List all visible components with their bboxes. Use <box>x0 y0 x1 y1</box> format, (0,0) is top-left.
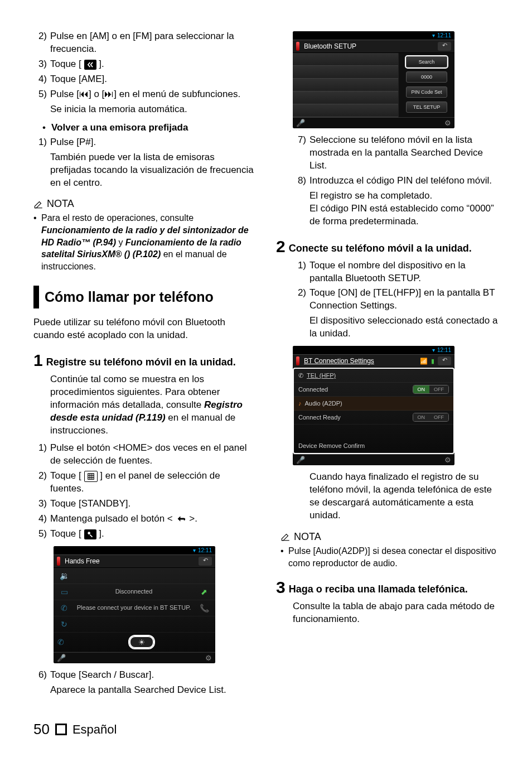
ss-please-connect: Please connect your device in BT SETUP. <box>71 604 196 611</box>
nota-heading: NOTA <box>280 531 499 543</box>
device-remove-row: Device Remove Confirm <box>294 439 453 453</box>
switch-on: ON <box>413 385 430 393</box>
item-text: Mantenga pulsado el botón < >. <box>50 513 256 525</box>
screenshot-hands-free: ▾ 12:11 Hands Free ↶ 🔉 ▭ Disconnected ⬈ <box>54 546 215 663</box>
item-text: Toque [ ] en el panel de selección de fu… <box>50 470 256 495</box>
item-number: 1) <box>293 259 306 285</box>
ss-title-bar: Bluetooth SETUP ↶ <box>293 40 454 53</box>
item-text: Pulse el botón <HOME> dos veces en el pa… <box>50 442 256 467</box>
phone-icon: ✆ <box>298 372 303 379</box>
item-text: Toque [ON] de [TEL(HFP)] en la pantalla … <box>309 287 499 312</box>
item-number: 4) <box>33 513 47 525</box>
page-footer: 50 Español <box>33 721 117 738</box>
step-title: Conecte su teléfono móvil a la unidad. <box>289 238 472 255</box>
phone-icon: ✆ <box>57 604 71 613</box>
item-text: Toque [STANDBY]. <box>50 498 256 510</box>
bullet-dot: • <box>33 212 41 272</box>
ss-clock: 12:11 <box>437 32 451 38</box>
item-subtext: El dispositivo seleccionado está conecta… <box>309 315 499 340</box>
item-text: Pulse en [AM] o en [FM] para seleccionar… <box>50 30 256 56</box>
list-item: 2) Toque [ ] en el panel de selección de… <box>33 470 256 495</box>
gear-icon: ⚙ <box>444 456 451 464</box>
on-off-switch: ON OFF <box>413 385 449 394</box>
item-subtext: El registro se ha completado. <box>309 190 499 202</box>
ss-body: ✆ TEL (HFP) Connected ON OFF ♪ Audio (A2… <box>293 368 454 454</box>
bt-device-list <box>293 53 398 117</box>
pincodeset-button: PIN Code Set <box>406 86 447 98</box>
ss-bottom-bar: 🎤 ⚙ <box>293 117 454 128</box>
telsetup-button: TEL SETUP <box>406 102 447 113</box>
tel-hfp-row: ✆ TEL (HFP) <box>294 369 453 383</box>
item-subtext: Se inicia la memoria automática. <box>50 103 256 116</box>
list-item: 3) Toque [STANDBY]. <box>33 498 256 510</box>
ss-body: Search 0000 PIN Code Set TEL SETUP <box>293 53 454 117</box>
app-accent-icon <box>57 557 60 566</box>
nota-text: Para el resto de operaciones, consulte F… <box>41 212 256 272</box>
list-item: 5) Toque [ ]. <box>33 528 256 541</box>
audio-icon: ♪ <box>298 400 302 407</box>
mic-icon: 🎤 <box>296 119 305 127</box>
connect-ready-label: Connect Ready <box>298 414 413 421</box>
list-item: 1) Pulse [P#]. <box>33 136 256 149</box>
back-icon: ↶ <box>438 356 451 365</box>
section-title: Cómo llamar por teléfono <box>45 289 214 305</box>
svg-rect-0 <box>88 474 94 480</box>
page: 2) Pulse en [AM] o en [FM] para seleccio… <box>0 0 532 757</box>
write-icon <box>33 199 43 209</box>
ss-disconnected: Disconnected <box>71 588 196 595</box>
ss-clock: 12:11 <box>437 347 451 353</box>
left-column: 2) Pulse en [AM] o en [FM] para seleccio… <box>33 28 256 696</box>
battery-icon: ▮ <box>431 358 434 365</box>
list-item: 7) Seleccione su teléfono móvil en la li… <box>293 134 499 172</box>
gear-icon: ⚙ <box>444 119 451 127</box>
item-number: 5) <box>33 528 47 541</box>
connected-row: Connected ON OFF <box>294 383 453 397</box>
app-accent-icon <box>296 42 299 51</box>
step-3-heading: 3 Haga o reciba una llamada telefónica. <box>276 579 499 596</box>
device-remove-label: Device Remove Confirm <box>298 442 449 449</box>
double-chevron-left-icon <box>84 60 96 70</box>
setup-button <box>129 636 154 648</box>
call-icon: 📞 <box>196 604 212 613</box>
list-item: 1) Pulse el botón <HOME> dos veces en el… <box>33 442 256 467</box>
ss-bottom-bar: 🎤 ⚙ <box>293 454 454 465</box>
item-number: 3) <box>33 58 47 71</box>
item-number: 2) <box>33 470 47 495</box>
switch-on: ON <box>413 413 430 421</box>
step-1-heading: 1 Registre su teléfono móvil en la unida… <box>33 352 256 369</box>
item-text: Pulse [⏮] o [⏭] en el menú de subfuncion… <box>50 88 256 101</box>
list-item: 4) Toque [AME]. <box>33 73 256 86</box>
two-column-layout: 2) Pulse en [AM] o en [FM] para seleccio… <box>33 28 499 696</box>
connect-ready-row: Connect Ready ON OFF <box>294 411 453 425</box>
item-number: 1) <box>33 136 47 149</box>
item-text: Pulse [P#]. <box>50 136 256 149</box>
ss-title: Hands Free <box>65 557 199 565</box>
screenshot-bt-connection-settings: ▾ 12:11 BT Connection Settings 📶 ▮ ↶ ✆ T… <box>293 346 454 465</box>
ss-title: BT Connection Settings <box>304 357 420 365</box>
step-1-body: Continúe tal como se muestra en los proc… <box>50 373 256 437</box>
search-button: Search <box>406 56 447 67</box>
page-number: 50 <box>33 721 50 738</box>
back-icon: ↶ <box>438 42 451 51</box>
svg-point-5 <box>88 532 90 534</box>
ss-bottom-bar: 🎤 ⚙ <box>54 652 215 663</box>
list-item: 3) Toque [ ]. <box>33 58 256 71</box>
list-item: 5) Pulse [⏮] o [⏭] en el menú de subfunc… <box>33 88 256 101</box>
list-item: 2) Pulse en [AM] o en [FM] para seleccio… <box>33 30 256 56</box>
connected-label: Connected <box>298 386 413 393</box>
item-subtext: También puede ver la lista de emisoras p… <box>50 151 256 190</box>
item-text: Toque [ ]. <box>50 58 256 71</box>
missed-icon: ✆ <box>54 638 68 647</box>
back-icon: ↶ <box>199 557 212 566</box>
gear-tools-icon <box>84 529 96 539</box>
step-number: 1 <box>33 352 43 369</box>
list-item: 8) Introduzca el código PIN del teléfono… <box>293 175 499 187</box>
list-item: 4) Mantenga pulsado el botón < >. <box>33 513 256 525</box>
volume-icon: 🔉 <box>57 571 71 580</box>
item-number: 2) <box>293 287 306 312</box>
step-number: 3 <box>276 579 286 596</box>
item-number: 7) <box>293 134 306 172</box>
list-item: 1) Toque el nombre del dispositivo en la… <box>293 259 499 285</box>
mic-icon: 🎤 <box>57 654 66 662</box>
item-text: Toque [ ]. <box>50 528 256 541</box>
